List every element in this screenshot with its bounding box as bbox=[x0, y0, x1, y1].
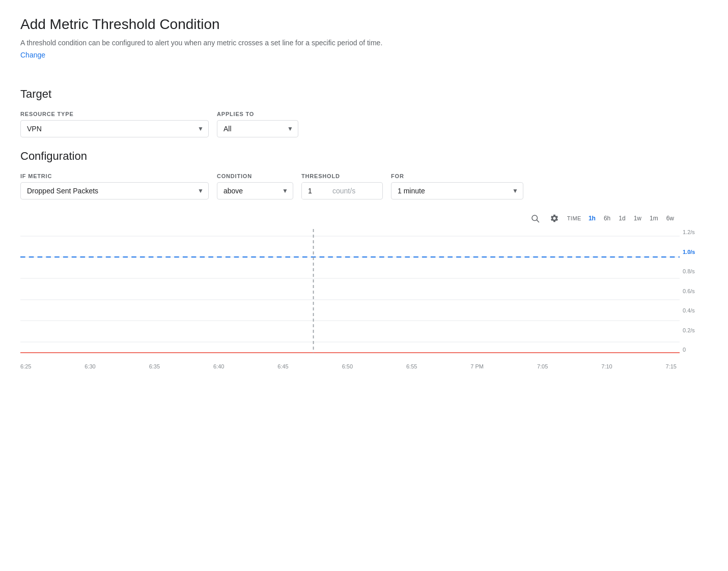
time-label: TIME bbox=[567, 215, 581, 221]
applies-to-select-wrapper: All ▼ bbox=[217, 120, 298, 137]
x-label-635: 6:35 bbox=[149, 363, 160, 369]
configuration-fields-row: IF METRIC Dropped Sent Packets ▼ CONDITI… bbox=[20, 173, 708, 199]
target-section-title: Target bbox=[20, 88, 708, 101]
y-label-0-6: 0.6/s bbox=[683, 288, 708, 294]
x-label-630: 6:30 bbox=[85, 363, 95, 369]
resource-type-field: RESOURCE TYPE VPN ▼ bbox=[20, 111, 209, 137]
x-label-650: 6:50 bbox=[342, 363, 353, 369]
y-label-0-4: 0.4/s bbox=[683, 307, 708, 313]
x-label-7pm: 7 PM bbox=[470, 363, 484, 369]
time-1w-button[interactable]: 1w bbox=[631, 214, 645, 223]
threshold-label: THRESHOLD bbox=[301, 173, 383, 179]
condition-label: CONDITION bbox=[217, 173, 293, 179]
if-metric-select[interactable]: Dropped Sent Packets bbox=[20, 182, 209, 199]
x-axis-labels: 6:25 6:30 6:35 6:40 6:45 6:50 6:55 7 PM … bbox=[20, 361, 708, 369]
x-label-655: 6:55 bbox=[406, 363, 417, 369]
x-label-645: 6:45 bbox=[277, 363, 288, 369]
chart-area: 1.2/s 1.0/s 0.8/s 0.6/s 0.4/s 0.2/s 0 bbox=[20, 229, 708, 361]
x-label-625: 6:25 bbox=[20, 363, 31, 369]
x-label-705: 7:05 bbox=[537, 363, 548, 369]
time-6w-button[interactable]: 6w bbox=[663, 214, 677, 223]
chart-controls: TIME 1h 6h 1d 1w 1m 6w bbox=[20, 212, 708, 225]
threshold-unit: count/s bbox=[332, 187, 382, 195]
condition-select-wrapper: above ▼ bbox=[217, 182, 293, 199]
y-axis-labels: 1.2/s 1.0/s 0.8/s 0.6/s 0.4/s 0.2/s 0 bbox=[680, 229, 708, 361]
y-label-0-2: 0.2/s bbox=[683, 327, 708, 333]
chart-svg bbox=[20, 229, 680, 361]
y-label-0-8: 0.8/s bbox=[683, 268, 708, 274]
x-label-710: 7:10 bbox=[601, 363, 612, 369]
time-1d-button[interactable]: 1d bbox=[615, 214, 628, 223]
if-metric-field: IF METRIC Dropped Sent Packets ▼ bbox=[20, 173, 209, 199]
for-label: FOR bbox=[391, 173, 523, 179]
time-1h-button[interactable]: 1h bbox=[585, 214, 599, 223]
target-fields-row: RESOURCE TYPE VPN ▼ APPLIES TO All ▼ bbox=[20, 111, 708, 137]
page-title: Add Metric Threshold Condition bbox=[20, 16, 708, 33]
chart-plot-area bbox=[20, 229, 680, 361]
x-label-715: 7:15 bbox=[666, 363, 677, 369]
threshold-input[interactable] bbox=[302, 183, 332, 199]
for-field: FOR 1 minute ▼ bbox=[391, 173, 523, 199]
y-label-1-0: 1.0/s bbox=[683, 249, 708, 255]
svg-line-1 bbox=[537, 220, 539, 222]
time-1m-button[interactable]: 1m bbox=[647, 214, 661, 223]
applies-to-select[interactable]: All bbox=[217, 120, 298, 137]
change-link[interactable]: Change bbox=[20, 51, 45, 59]
search-icon-button[interactable] bbox=[528, 212, 542, 225]
x-label-640: 6:40 bbox=[213, 363, 224, 369]
y-label-1-2: 1.2/s bbox=[683, 229, 708, 235]
chart-container: TIME 1h 6h 1d 1w 1m 6w bbox=[20, 212, 708, 369]
settings-icon-button[interactable] bbox=[548, 212, 561, 225]
condition-select[interactable]: above bbox=[217, 182, 293, 199]
condition-field: CONDITION above ▼ bbox=[217, 173, 293, 199]
time-6h-button[interactable]: 6h bbox=[601, 214, 613, 223]
threshold-field: THRESHOLD count/s bbox=[301, 173, 383, 199]
applies-to-label: APPLIES TO bbox=[217, 111, 298, 117]
for-select-wrapper: 1 minute ▼ bbox=[391, 182, 523, 199]
if-metric-label: IF METRIC bbox=[20, 173, 209, 179]
resource-type-select[interactable]: VPN bbox=[20, 120, 209, 137]
threshold-input-wrapper: count/s bbox=[301, 182, 383, 199]
applies-to-field: APPLIES TO All ▼ bbox=[217, 111, 298, 137]
y-label-0: 0 bbox=[683, 347, 708, 353]
resource-type-label: RESOURCE TYPE bbox=[20, 111, 209, 117]
resource-type-select-wrapper: VPN ▼ bbox=[20, 120, 209, 137]
configuration-section-title: Configuration bbox=[20, 150, 708, 163]
for-select[interactable]: 1 minute bbox=[391, 182, 523, 199]
page-subtitle: A threshold condition can be configured … bbox=[20, 39, 708, 47]
time-controls: TIME 1h 6h 1d 1w 1m 6w bbox=[567, 214, 677, 223]
if-metric-select-wrapper: Dropped Sent Packets ▼ bbox=[20, 182, 209, 199]
